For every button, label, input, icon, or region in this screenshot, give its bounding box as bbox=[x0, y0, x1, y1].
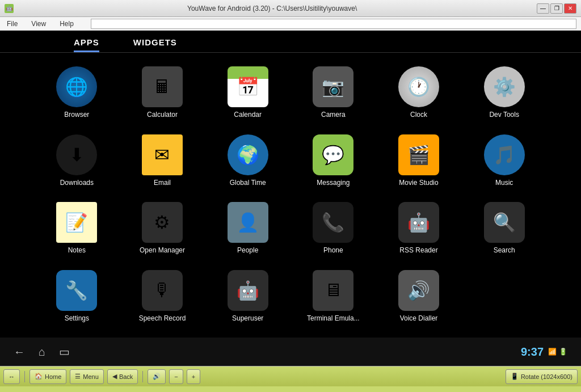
volume-mute-button[interactable]: 🔊 bbox=[148, 369, 166, 384]
app-item-search[interactable]: 🔍Search bbox=[461, 197, 547, 261]
nav-icons: ← ⌂ ▭ bbox=[14, 345, 70, 359]
close-button[interactable]: ✕ bbox=[564, 3, 576, 14]
app-icon-inner-camera: 📷 bbox=[313, 66, 353, 107]
address-bar[interactable] bbox=[91, 19, 576, 29]
app-item-settings[interactable]: 🔧Settings bbox=[34, 265, 120, 329]
app-item-voicedialler[interactable]: 🔊Voice Dialler bbox=[376, 265, 462, 329]
app-item-email[interactable]: ✉Email bbox=[120, 130, 205, 193]
app-item-devtools[interactable]: ⚙️Dev Tools bbox=[461, 62, 547, 125]
app-icon-inner-globaltime: 🌍 bbox=[228, 134, 268, 175]
app-item-calendar[interactable]: 📅Calendar bbox=[205, 62, 290, 125]
app-icon-inner-speechrecord: 🎙 bbox=[142, 270, 183, 311]
android-nav-bar: ← ⌂ ▭ 9:37 📶 🔋 bbox=[0, 338, 581, 366]
app-label-devtools: Dev Tools bbox=[489, 111, 519, 119]
app-item-terminal[interactable]: 🖥Terminal Emula... bbox=[290, 265, 376, 329]
windows-taskbar: ↔ 🏠 Home ☰ Menu ◀ Back 🔊 − + 📱 Rotate (1… bbox=[0, 366, 581, 386]
menu-file[interactable]: File bbox=[5, 19, 20, 29]
app-icon-settings: 🔧 bbox=[56, 270, 97, 311]
app-label-terminal: Terminal Emula... bbox=[307, 314, 360, 322]
app-icon-inner-rssreader: 🤖 bbox=[398, 202, 439, 243]
menu-bar: File View Help bbox=[0, 17, 581, 31]
app-item-camera[interactable]: 📷Camera bbox=[290, 62, 376, 125]
app-label-clock: Clock bbox=[410, 111, 427, 119]
app-label-people: People bbox=[237, 246, 258, 254]
app-item-phone[interactable]: 📞Phone bbox=[290, 197, 376, 261]
app-icon-calendar: 📅 bbox=[228, 66, 268, 107]
app-label-voicedialler: Voice Dialler bbox=[400, 314, 438, 322]
app-icon-messaging: 💬 bbox=[313, 134, 353, 175]
window-controls: — ❐ ✕ bbox=[537, 3, 576, 14]
signal-icon: 📶 bbox=[548, 348, 557, 356]
app-label-globaltime: Global Time bbox=[230, 179, 266, 187]
app-item-globaltime[interactable]: 🌍Global Time bbox=[205, 130, 290, 193]
home-icon: 🏠 bbox=[35, 373, 43, 380]
app-item-clock[interactable]: 🕐Clock bbox=[376, 62, 462, 125]
arrows-button[interactable]: ↔ bbox=[3, 369, 20, 384]
app-icon-inner-devtools: ⚙️ bbox=[484, 66, 525, 107]
android-screen: APPS WIDGETS 🌐Browser🖩Calculator📅Calenda… bbox=[0, 31, 581, 366]
app-label-phone: Phone bbox=[323, 246, 343, 254]
app-label-settings: Settings bbox=[65, 314, 89, 322]
app-icon-people: 👤 bbox=[228, 202, 268, 243]
app-icon-rssreader: 🤖 bbox=[398, 202, 439, 243]
app-icon-inner-clock: 🕐 bbox=[398, 66, 439, 107]
app-label-notes: Notes bbox=[68, 246, 86, 254]
app-icon-phone: 📞 bbox=[313, 202, 353, 243]
recent-nav-icon[interactable]: ▭ bbox=[59, 345, 70, 359]
home-button[interactable]: 🏠 Home bbox=[30, 369, 66, 384]
app-label-moviestudio: Movie Studio bbox=[399, 179, 438, 187]
app-icon-superuser: 🤖 bbox=[228, 270, 268, 311]
app-icon-inner-search: 🔍 bbox=[484, 202, 525, 243]
app-label-superuser: Superuser bbox=[232, 314, 263, 322]
app-label-messaging: Messaging bbox=[317, 179, 350, 187]
app-item-people[interactable]: 👤People bbox=[205, 197, 290, 261]
status-bar: 9:37 📶 🔋 bbox=[521, 345, 567, 359]
app-icon-inner-terminal: 🖥 bbox=[313, 270, 353, 311]
app-label-browser: Browser bbox=[64, 111, 89, 119]
restore-button[interactable]: ❐ bbox=[550, 3, 563, 14]
app-icon-browser: 🌐 bbox=[56, 66, 97, 107]
app-label-calendar: Calendar bbox=[234, 111, 262, 119]
battery-icon: 🔋 bbox=[559, 348, 567, 356]
menu-help[interactable]: Help bbox=[57, 19, 76, 29]
app-item-notes[interactable]: 📝Notes bbox=[34, 197, 120, 261]
app-icon-inner-voicedialler: 🔊 bbox=[398, 270, 439, 311]
menu-view[interactable]: View bbox=[29, 19, 48, 29]
back-icon: ◀ bbox=[112, 373, 117, 380]
taskbar-sep-1 bbox=[24, 371, 25, 382]
clock-display: 9:37 bbox=[521, 345, 544, 359]
app-icon-inner-superuser: 🤖 bbox=[228, 270, 268, 311]
back-nav-icon[interactable]: ← bbox=[14, 345, 25, 359]
app-item-openmanager[interactable]: ⚙Open Manager bbox=[120, 197, 205, 261]
rotate-button[interactable]: 📱 Rotate (1024x600) bbox=[506, 369, 578, 384]
app-icon-calculator: 🖩 bbox=[142, 66, 183, 107]
back-button[interactable]: ◀ Back bbox=[107, 369, 138, 384]
volume-down-button[interactable]: − bbox=[169, 369, 183, 384]
app-label-openmanager: Open Manager bbox=[140, 246, 185, 254]
tab-apps[interactable]: APPS bbox=[74, 37, 99, 52]
app-icon-terminal: 🖥 bbox=[313, 270, 353, 311]
app-item-moviestudio[interactable]: 🎬Movie Studio bbox=[376, 130, 462, 193]
app-label-speechrecord: Speech Record bbox=[139, 314, 186, 322]
minimize-button[interactable]: — bbox=[537, 3, 549, 14]
app-item-calculator[interactable]: 🖩Calculator bbox=[120, 62, 205, 125]
home-nav-icon[interactable]: ⌂ bbox=[39, 345, 45, 359]
app-icon-search: 🔍 bbox=[484, 202, 525, 243]
app-label-search: Search bbox=[494, 246, 515, 254]
app-item-speechrecord[interactable]: 🎙Speech Record bbox=[120, 265, 205, 329]
app-item-messaging[interactable]: 💬Messaging bbox=[290, 130, 376, 193]
app-item-rssreader[interactable]: 🤖RSS Reader bbox=[376, 197, 462, 261]
volume-up-button[interactable]: + bbox=[187, 369, 200, 384]
app-tabs: APPS WIDGETS bbox=[0, 31, 581, 52]
tab-widgets[interactable]: WIDGETS bbox=[133, 37, 177, 52]
app-icon-inner-moviestudio: 🎬 bbox=[398, 134, 439, 175]
app-item-downloads[interactable]: ⬇Downloads bbox=[34, 130, 120, 193]
app-label-music: Music bbox=[495, 179, 513, 187]
menu-button[interactable]: ☰ Menu bbox=[70, 369, 104, 384]
app-item-music[interactable]: 🎵Music bbox=[461, 130, 547, 193]
app-icon-music: 🎵 bbox=[484, 134, 525, 175]
app-icon-inner-messaging: 💬 bbox=[313, 134, 353, 175]
app-item-superuser[interactable]: 🤖Superuser bbox=[205, 265, 290, 329]
app-label-camera: Camera bbox=[321, 111, 346, 119]
app-item-browser[interactable]: 🌐Browser bbox=[34, 62, 120, 125]
